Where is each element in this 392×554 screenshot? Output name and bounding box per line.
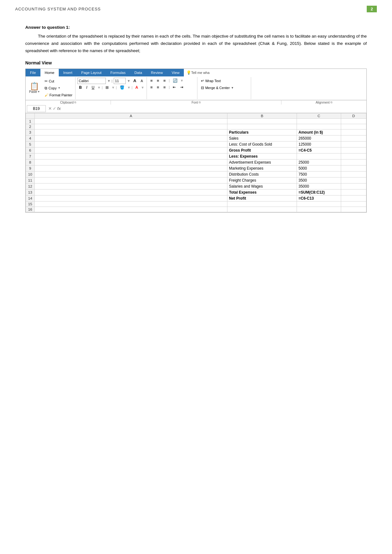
cell-d-11[interactable] [341,177,366,183]
cell-b-13[interactable]: Total Expenses [227,189,297,195]
cell-a-7[interactable] [35,153,227,159]
cell-b-5[interactable]: Less: Cost of Goods Sold [227,141,297,147]
merge-center-button[interactable]: ⊟ Merge & Center ▼ [199,85,249,91]
tab-insert[interactable]: Insert [59,69,77,76]
cell-b-8[interactable]: Advertisement Expenses [227,159,297,165]
cell-c-9[interactable]: 5000 [297,165,341,171]
cell-c-12[interactable]: 35000 [297,183,341,189]
align-bottom-button[interactable]: ≡ [162,78,167,84]
underline-button[interactable]: U [90,85,96,90]
cell-b-11[interactable]: Freight Charges [227,177,297,183]
tell-me-area[interactable]: 💡 Tell me wha [184,69,366,76]
cell-a-15[interactable] [35,201,227,207]
row-header-6[interactable]: 6 [26,147,35,153]
cell-a-4[interactable] [35,135,227,141]
col-header-a[interactable]: A [35,113,227,118]
cell-b-12[interactable]: Salaries and Wages [227,183,297,189]
cell-d-7[interactable] [341,153,366,159]
cell-d-9[interactable] [341,165,366,171]
cell-c-7[interactable] [297,153,341,159]
cell-d-6[interactable] [341,147,366,153]
cell-a-8[interactable] [35,159,227,165]
cell-c-2[interactable] [297,124,341,129]
border-button[interactable]: ⊞ [104,85,110,90]
italic-button[interactable]: I [85,85,89,90]
row-header-1[interactable]: 1 [26,118,35,124]
clipboard-expand-icon[interactable]: ⧉ [74,101,76,104]
align-middle-button[interactable]: ≡ [155,78,161,84]
font-color-button[interactable]: A [134,85,140,90]
row-header-2[interactable]: 2 [26,124,35,129]
cell-reference-input[interactable] [27,105,46,112]
cell-c-6[interactable]: =C4-C5 [297,147,341,153]
align-right-button[interactable]: ≡ [162,84,167,90]
formula-input[interactable] [63,106,365,111]
cell-c-14[interactable]: =C6-C13 [297,195,341,201]
font-name-input[interactable] [77,78,106,84]
cell-c-10[interactable]: 7500 [297,171,341,177]
font-size-input[interactable] [114,78,126,84]
cell-d-13[interactable] [341,189,366,195]
cell-d-8[interactable] [341,159,366,165]
cell-d-2[interactable] [341,124,366,129]
fill-color-button[interactable]: 🪣 [118,85,126,90]
row-header-13[interactable]: 13 [26,189,35,195]
wrap-text-button[interactable]: ↵ Wrap Text [199,78,249,84]
col-header-b[interactable]: B [227,113,297,118]
cell-a-10[interactable] [35,171,227,177]
col-header-d[interactable]: D [341,113,366,118]
cell-b-2[interactable] [227,124,297,129]
tab-review[interactable]: Review [147,69,167,76]
align-left-button[interactable]: ≡ [149,84,154,90]
cell-b-10[interactable]: Distribution Costs [227,171,297,177]
cell-c-8[interactable]: 25000 [297,159,341,165]
angle-text-button[interactable]: 🔄 [171,78,179,83]
cell-a-11[interactable] [35,177,227,183]
cell-c-16[interactable] [297,207,341,212]
cancel-formula-icon[interactable]: ✕ [48,106,52,111]
cell-d-10[interactable] [341,171,366,177]
font-expand-icon[interactable]: ⧉ [199,101,201,104]
tab-home[interactable]: Home [40,69,59,76]
row-header-14[interactable]: 14 [26,195,35,201]
cell-c-13[interactable]: =SUM(C8:C12) [297,189,341,195]
cell-a-9[interactable] [35,165,227,171]
confirm-formula-icon[interactable]: ✓ [53,106,56,111]
bold-button[interactable]: B [77,85,83,90]
row-header-9[interactable]: 9 [26,165,35,171]
cell-a-3[interactable] [35,129,227,135]
align-top-button[interactable]: ≡ [149,78,154,84]
cell-d-16[interactable] [341,207,366,212]
cell-a-1[interactable] [35,118,227,124]
decrease-font-button[interactable]: A [139,78,144,83]
cell-d-14[interactable] [341,195,366,201]
tab-file[interactable]: File [26,69,40,76]
row-header-12[interactable]: 12 [26,183,35,189]
row-header-3[interactable]: 3 [26,129,35,135]
cell-a-2[interactable] [35,124,227,129]
cell-c-5[interactable]: 125000 [297,141,341,147]
cell-c-1[interactable] [297,118,341,124]
cell-d-12[interactable] [341,183,366,189]
copy-button[interactable]: ⧉ Copy ▼ [43,85,74,91]
cell-b-1[interactable] [227,118,297,124]
cell-d-5[interactable] [341,141,366,147]
decrease-indent-button[interactable]: ⇤ [171,84,178,90]
cell-c-15[interactable] [297,201,341,207]
cell-a-12[interactable] [35,183,227,189]
tab-view[interactable]: View [167,69,184,76]
format-painter-button[interactable]: 🖌 Format Painter [43,92,74,98]
tab-formulas[interactable]: Formulas [106,69,130,76]
row-header-7[interactable]: 7 [26,153,35,159]
insert-function-icon[interactable]: fx [57,106,61,111]
cell-d-15[interactable] [341,201,366,207]
cell-b-4[interactable]: Sales [227,135,297,141]
cell-c-11[interactable]: 3500 [297,177,341,183]
cell-b-15[interactable] [227,201,297,207]
tab-data[interactable]: Data [130,69,147,76]
cell-b-14[interactable]: Net Profit [227,195,297,201]
cell-c-3[interactable]: Amount (in $) [297,129,341,135]
cell-d-3[interactable] [341,129,366,135]
cell-a-6[interactable] [35,147,227,153]
cell-a-16[interactable] [35,207,227,212]
